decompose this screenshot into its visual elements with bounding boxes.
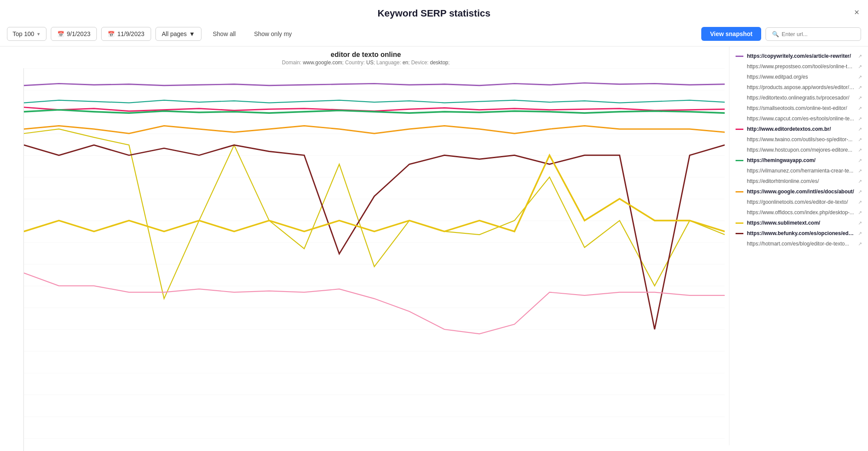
legend-url: https://www.editpad.org/es — [747, 74, 855, 80]
legend-item[interactable]: https://www.befunky.com/es/opciones/edit… — [735, 228, 863, 239]
external-link-icon[interactable]: ↗ — [858, 199, 862, 205]
domain-value: www.google.com — [303, 60, 342, 66]
external-link-icon[interactable]: ↗ — [858, 85, 862, 90]
chart-container[interactable] — [23, 68, 725, 451]
legend-url: https://www.befunky.com/es/opciones/edit… — [747, 230, 855, 236]
external-link-icon[interactable]: ↗ — [858, 137, 862, 143]
legend-url: https://goonlinetools.com/es/editor-de-t… — [747, 199, 855, 205]
legend-item[interactable]: https://goonlinetools.com/es/editor-de-t… — [735, 197, 863, 207]
legend-url: https://www.prepostseo.com/tool/es/onlin… — [747, 63, 855, 70]
legend-item[interactable]: https://www.offidocs.com/index.php/deskt… — [735, 207, 863, 218]
legend-url: https://www.offidocs.com/index.php/deskt… — [747, 209, 855, 216]
legend-url: https://www.capcut.com/es-es/tools/onlin… — [747, 116, 855, 122]
legend-item[interactable]: http://www.editordetextos.com.br/↗ — [735, 124, 863, 134]
external-link-icon[interactable]: ↗ — [858, 241, 862, 247]
legend-line-indicator — [736, 191, 743, 192]
chart-svg — [24, 68, 725, 451]
date-from-label: 9/1/2023 — [67, 30, 91, 37]
legend-url: https://products.aspose.app/words/es/edi… — [747, 84, 855, 90]
external-link-icon[interactable]: ↗ — [858, 53, 862, 59]
url-search-container: 🔍 — [766, 27, 861, 41]
legend-url: http://www.editordetextos.com.br/ — [747, 126, 855, 132]
legend-item[interactable]: https://www.google.com/intl/es/docs/abou… — [735, 186, 863, 197]
legend-section[interactable]: https://copywritely.com/es/article-rewri… — [729, 46, 868, 445]
legend-url: https://smallseotools.com/online-text-ed… — [747, 105, 855, 111]
external-link-icon[interactable]: ↗ — [858, 95, 862, 101]
legend-line-indicator — [736, 56, 743, 57]
legend-item[interactable]: https://editorhtmlonline.com/es/↗ — [735, 176, 863, 186]
legend-item[interactable]: https://www.hostcupon.com/mejores-editor… — [735, 145, 863, 155]
view-snapshot-button[interactable]: View snapshot — [701, 27, 761, 41]
url-search-input[interactable] — [782, 31, 855, 37]
keyword-title: editor de texto online — [7, 51, 725, 59]
legend-item[interactable]: https://smallseotools.com/online-text-ed… — [735, 103, 863, 113]
all-pages-dropdown[interactable]: All pages ▼ — [155, 27, 201, 41]
legend-item[interactable]: https://vilmanunez.com/herramienta-crear… — [735, 166, 863, 176]
chevron-down-icon: ▼ — [36, 32, 41, 36]
country-value: US — [366, 60, 373, 66]
external-link-icon[interactable]: ↗ — [858, 116, 862, 122]
legend-url: https://hemingwayapp.com/ — [747, 157, 855, 163]
external-link-icon[interactable]: ↗ — [858, 179, 862, 184]
legend-item[interactable]: https://www.editpad.org/es↗ — [735, 72, 863, 82]
legend-line-indicator — [736, 129, 743, 130]
legend-line-indicator — [736, 160, 743, 161]
pages-label: All pages — [162, 30, 187, 37]
external-link-icon[interactable]: ↗ — [858, 106, 862, 111]
toolbar: Top 100 ▼ 📅 9/1/2023 📅 11/9/2023 All pag… — [0, 23, 868, 46]
language-value: en — [403, 60, 408, 66]
content-area: editor de texto online Domain: www.googl… — [0, 46, 868, 445]
external-link-icon[interactable]: ↗ — [858, 231, 862, 236]
legend-url: https://www.sublimetext.com/ — [747, 220, 855, 226]
calendar-icon: 📅 — [57, 31, 64, 37]
legend-url: https://www.twaino.com/outils/seo-sp/edi… — [747, 136, 855, 143]
external-link-icon[interactable]: ↗ — [858, 210, 862, 216]
external-link-icon[interactable]: ↗ — [858, 126, 862, 132]
legend-url: https://editorhtmlonline.com/es/ — [747, 178, 855, 184]
calendar-icon-2: 📅 — [108, 31, 115, 37]
legend-url: https://hotmart.com/es/blog/editor-de-te… — [747, 241, 855, 247]
legend-item[interactable]: https://editortexto.onlinegratis.tv/proc… — [735, 93, 863, 103]
external-link-icon[interactable]: ↗ — [858, 189, 862, 195]
external-link-icon[interactable]: ↗ — [858, 168, 862, 174]
search-icon: 🔍 — [772, 31, 779, 37]
show-only-my-button[interactable]: Show only my — [247, 27, 299, 40]
legend-url: https://copywritely.com/es/article-rewri… — [747, 53, 855, 59]
external-link-icon[interactable]: ↗ — [858, 220, 862, 226]
chevron-down-icon-2: ▼ — [189, 30, 195, 37]
chart-title-area: editor de texto online Domain: www.googl… — [7, 51, 725, 66]
chart-subtitle: Domain: www.google.com; Country: US; Lan… — [7, 60, 725, 66]
legend-item[interactable]: https://copywritely.com/es/article-rewri… — [735, 51, 863, 61]
device-value: desktop — [430, 60, 448, 66]
legend-line-indicator — [736, 233, 743, 234]
legend-item[interactable]: https://www.capcut.com/es-es/tools/onlin… — [735, 113, 863, 124]
show-all-button[interactable]: Show all — [206, 27, 243, 40]
external-link-icon[interactable]: ↗ — [858, 74, 862, 80]
chart-section: editor de texto online Domain: www.googl… — [0, 46, 729, 445]
date-to-button[interactable]: 📅 11/9/2023 — [101, 27, 151, 41]
legend-url: https://vilmanunez.com/herramienta-crear… — [747, 168, 855, 174]
legend-item[interactable]: https://hotmart.com/es/blog/editor-de-te… — [735, 239, 863, 249]
legend-item[interactable]: https://www.prepostseo.com/tool/es/onlin… — [735, 61, 863, 72]
external-link-icon[interactable]: ↗ — [858, 147, 862, 153]
date-from-button[interactable]: 📅 9/1/2023 — [51, 27, 97, 41]
svg-rect-1 — [24, 68, 725, 451]
modal-header: Keyword SERP statistics × — [0, 0, 868, 23]
legend-item[interactable]: https://products.aspose.app/words/es/edi… — [735, 82, 863, 93]
page-title: Keyword SERP statistics — [377, 8, 490, 19]
legend-url: https://www.google.com/intl/es/docs/abou… — [747, 189, 855, 195]
legend-item[interactable]: https://www.twaino.com/outils/seo-sp/edi… — [735, 134, 863, 145]
top-100-dropdown[interactable]: Top 100 ▼ — [7, 27, 46, 41]
legend-item[interactable]: https://www.sublimetext.com/↗ — [735, 218, 863, 228]
top-label: Top 100 — [13, 30, 34, 37]
date-to-label: 11/9/2023 — [117, 30, 144, 37]
legend-url: https://www.hostcupon.com/mejores-editor… — [747, 147, 855, 153]
external-link-icon[interactable]: ↗ — [858, 64, 862, 70]
legend-url: https://editortexto.onlinegratis.tv/proc… — [747, 95, 855, 101]
legend-line-indicator — [736, 222, 743, 224]
close-button[interactable]: × — [854, 8, 859, 17]
legend-item[interactable]: https://hemingwayapp.com/↗ — [735, 155, 863, 166]
external-link-icon[interactable]: ↗ — [858, 158, 862, 163]
